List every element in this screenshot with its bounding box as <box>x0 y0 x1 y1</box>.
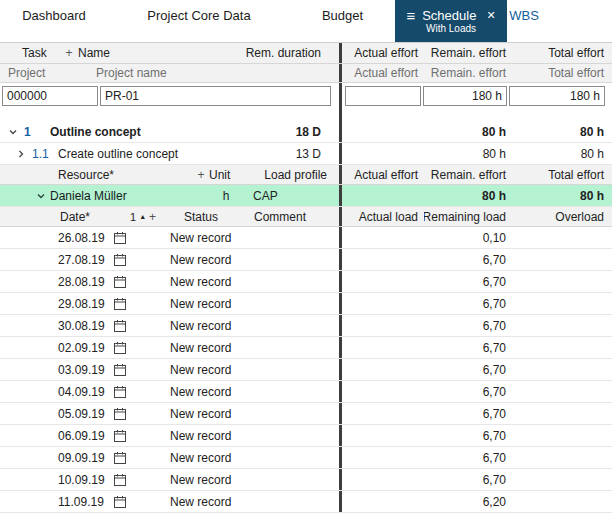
tab-wbs[interactable]: WBS <box>507 0 537 30</box>
sort-indicator[interactable]: 1 ▲ + <box>130 210 170 224</box>
calendar-icon[interactable] <box>114 474 134 486</box>
column-header-rem-duration[interactable]: Rem. duration <box>229 46 339 60</box>
date-value[interactable]: 05.09.19 <box>0 407 114 421</box>
calendar-icon[interactable] <box>114 276 134 288</box>
calendar-icon[interactable] <box>114 320 134 332</box>
remaining-load-value[interactable]: 6,70 <box>424 363 512 377</box>
tab-dashboard[interactable]: Dashboard <box>0 0 108 30</box>
date-value[interactable]: 04.09.19 <box>0 385 114 399</box>
column-header-total-effort[interactable]: Total effort <box>512 168 612 182</box>
remaining-load-value[interactable]: 6,70 <box>424 473 512 487</box>
column-header-actual-effort[interactable]: Actual effort <box>342 46 424 60</box>
load-row[interactable]: 04.09.19 New record 6,70 <box>0 381 612 403</box>
calendar-icon[interactable] <box>114 408 134 420</box>
load-row[interactable]: 05.09.19 New record 6,70 <box>0 403 612 425</box>
project-name-input[interactable]: PR-01 <box>100 86 331 106</box>
column-header-unit[interactable]: Unit <box>209 168 243 182</box>
date-value[interactable]: 09.09.19 <box>0 451 114 465</box>
load-row[interactable]: 26.08.19 New record 0,10 <box>0 227 612 249</box>
wbs-number[interactable]: 1 <box>20 125 50 139</box>
date-value[interactable]: 03.09.19 <box>0 363 114 377</box>
remaining-load-value[interactable]: 6,70 <box>424 297 512 311</box>
column-header-comment[interactable]: Comment <box>248 210 339 224</box>
column-header-remain-effort[interactable]: Remain. effort <box>424 168 512 182</box>
status-value: New record <box>170 473 248 487</box>
remaining-load-value[interactable]: 6,70 <box>424 341 512 355</box>
column-header-date[interactable]: Date* <box>0 210 130 224</box>
date-value[interactable]: 10.09.19 <box>0 473 114 487</box>
project-id-input[interactable]: 000000 <box>2 86 98 106</box>
column-header-task[interactable]: Task <box>0 46 60 60</box>
task-row-1[interactable]: 1 Outline concept 18 D 80 h 80 h <box>0 121 612 143</box>
remaining-load-value[interactable]: 6,70 <box>424 451 512 465</box>
column-header-resource[interactable]: Resource* <box>0 168 193 182</box>
calendar-icon[interactable] <box>114 452 134 464</box>
calendar-icon[interactable] <box>114 232 134 244</box>
task-name[interactable]: Create outline concept <box>58 147 229 161</box>
column-header-name[interactable]: Name <box>78 46 229 60</box>
load-row[interactable]: 03.09.19 New record 6,70 <box>0 359 612 381</box>
calendar-icon[interactable] <box>114 386 134 398</box>
load-row[interactable]: 02.09.19 New record 6,70 <box>0 337 612 359</box>
load-row[interactable]: 30.08.19 New record 6,70 <box>0 315 612 337</box>
close-icon[interactable]: ✕ <box>486 9 495 22</box>
date-value[interactable]: 28.08.19 <box>0 275 114 289</box>
column-header-status[interactable]: Status <box>170 210 248 224</box>
remaining-load-value[interactable]: 6,70 <box>424 429 512 443</box>
load-row[interactable]: 11.09.19 New record 6,20 <box>0 491 612 513</box>
date-value[interactable]: 26.08.19 <box>0 231 114 245</box>
tab-budget[interactable]: Budget <box>290 0 395 30</box>
remaining-load-value[interactable]: 6,70 <box>424 253 512 267</box>
resource-row[interactable]: Daniela Müller h CAP 80 h 80 h <box>0 185 612 207</box>
date-value[interactable]: 11.09.19 <box>0 495 114 509</box>
calendar-icon[interactable] <box>114 496 134 508</box>
remaining-load-value[interactable]: 0,10 <box>424 231 512 245</box>
chevron-down-icon[interactable] <box>6 127 20 137</box>
project-row[interactable]: 000000 PR-01 180 h 180 h <box>0 83 612 109</box>
load-row[interactable]: 28.08.19 New record 6,70 <box>0 271 612 293</box>
status-value: New record <box>170 319 248 333</box>
add-resource-button[interactable]: + <box>193 168 209 182</box>
date-value[interactable]: 02.09.19 <box>0 341 114 355</box>
menu-icon[interactable]: ≡ <box>406 8 415 23</box>
task-name[interactable]: Outline concept <box>50 125 229 139</box>
calendar-icon[interactable] <box>114 298 134 310</box>
remaining-load-value[interactable]: 6,70 <box>424 407 512 421</box>
project-actual-effort-input[interactable] <box>345 86 421 106</box>
wbs-number[interactable]: 1.1 <box>28 147 58 161</box>
add-task-button[interactable]: + <box>60 46 78 60</box>
project-total-effort-input[interactable]: 180 h <box>509 86 605 106</box>
date-value[interactable]: 29.08.19 <box>0 297 114 311</box>
column-header-remain-effort[interactable]: Remain. effort <box>424 46 512 60</box>
remaining-load-value[interactable]: 6,70 <box>424 385 512 399</box>
load-row[interactable]: 27.08.19 New record 6,70 <box>0 249 612 271</box>
tab-project-core-data[interactable]: Project Core Data <box>108 0 290 30</box>
calendar-icon[interactable] <box>114 254 134 266</box>
column-header-overload[interactable]: Overload <box>512 210 612 224</box>
date-value[interactable]: 27.08.19 <box>0 253 114 267</box>
remaining-load-value[interactable]: 6,70 <box>424 319 512 333</box>
column-header-actual-effort[interactable]: Actual effort <box>342 168 424 182</box>
remaining-load-value[interactable]: 6,20 <box>424 495 512 509</box>
column-header-remaining-load[interactable]: Remaining load <box>424 210 512 224</box>
load-row[interactable]: 06.09.19 New record 6,70 <box>0 425 612 447</box>
chevron-down-icon[interactable] <box>34 191 48 201</box>
tab-schedule[interactable]: ≡ Schedule ✕ With Loads <box>395 0 507 42</box>
column-header-total-effort[interactable]: Total effort <box>512 46 612 60</box>
date-value[interactable]: 30.08.19 <box>0 319 114 333</box>
calendar-icon[interactable] <box>114 342 134 354</box>
load-row[interactable]: 29.08.19 New record 6,70 <box>0 293 612 315</box>
remaining-load-value[interactable]: 6,70 <box>424 275 512 289</box>
date-value[interactable]: 06.09.19 <box>0 429 114 443</box>
add-load-record-button[interactable]: + <box>149 210 156 224</box>
load-row[interactable]: 10.09.19 New record 6,70 <box>0 469 612 491</box>
calendar-icon[interactable] <box>114 364 134 376</box>
task-row-1-1[interactable]: 1.1 Create outline concept 13 D 80 h 80 … <box>0 143 612 165</box>
load-row[interactable]: 09.09.19 New record 6,70 <box>0 447 612 469</box>
chevron-right-icon[interactable] <box>14 149 28 159</box>
resource-name[interactable]: Daniela Müller <box>48 189 209 203</box>
calendar-icon[interactable] <box>114 430 134 442</box>
column-header-load-profile[interactable]: Load profile <box>243 168 339 182</box>
column-header-actual-load[interactable]: Actual load <box>342 210 424 224</box>
project-remain-effort-input[interactable]: 180 h <box>423 86 507 106</box>
